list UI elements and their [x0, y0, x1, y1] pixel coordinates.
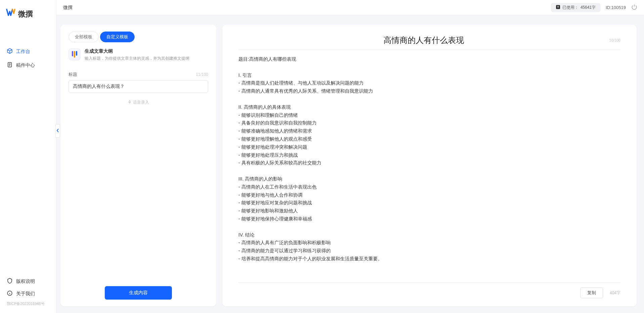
chevron-left-icon: [56, 128, 59, 134]
svg-rect-4: [129, 101, 130, 103]
document-icon: [7, 62, 13, 69]
sidebar-item-copyright[interactable]: 版权说明: [0, 275, 56, 288]
sidebar-item-label: 关于我们: [16, 291, 35, 297]
power-icon: [631, 4, 637, 11]
usage-badge: T 已使用：45641字: [551, 3, 600, 12]
main: 微撰 T 已使用：45641字 ID:100519 全部模板 自定义模板: [56, 0, 644, 313]
input-panel: 全部模板 自定义模板 生成文章大纲 输入标题，为你提供文章主体的灵感，并为其创建…: [60, 25, 216, 306]
generate-button[interactable]: 生成内容: [105, 286, 172, 300]
sidebar-item-label: 工作台: [16, 49, 30, 55]
sidebar-item-about[interactable]: 关于我们: [0, 288, 56, 300]
sidebar: 微撰 工作台 稿件中心 版权说明 关于我们 鄂ICP: [0, 0, 56, 313]
svg-text:T: T: [557, 5, 559, 9]
sidebar-item-label: 稿件中心: [16, 62, 35, 68]
title-input[interactable]: [68, 80, 208, 93]
info-icon: [7, 290, 13, 297]
template-icon: [68, 48, 81, 60]
copy-button[interactable]: 复制: [580, 288, 603, 298]
output-footer: 复制 404字: [238, 282, 620, 298]
content-area: 全部模板 自定义模板 生成文章大纲 输入标题，为你提供文章主体的灵感，并为其创建…: [56, 15, 644, 313]
title-field-label: 标题: [68, 71, 77, 77]
page-title: 微撰: [63, 5, 73, 11]
output-header: 高情商的人有什么表现 10/100: [238, 35, 620, 50]
voice-input-label: 语音录入: [133, 100, 149, 105]
tab-all-templates[interactable]: 全部模板: [68, 32, 99, 42]
microphone-icon: [128, 100, 132, 105]
sidebar-item-workspace[interactable]: 工作台: [0, 45, 56, 58]
output-body[interactable]: 题目:高情商的人有哪些表现 I. 引言 - 高情商是指人们处理情绪、与他人互动以…: [238, 55, 620, 278]
nav-menu: 工作台 稿件中心: [0, 45, 56, 275]
logo-icon: [6, 8, 15, 20]
cube-icon: [7, 48, 13, 55]
icp-text: 鄂ICP备2022016946号: [0, 300, 56, 309]
logo-text: 微撰: [18, 9, 33, 19]
logo: 微撰: [0, 0, 56, 28]
sidebar-item-draft-center[interactable]: 稿件中心: [0, 58, 56, 72]
logout-button[interactable]: [631, 5, 637, 11]
sidebar-item-label: 版权说明: [16, 278, 35, 284]
sidebar-collapse-toggle[interactable]: [55, 124, 60, 138]
output-panel: 高情商的人有什么表现 10/100 题目:高情商的人有哪些表现 I. 引言 - …: [222, 25, 637, 306]
usage-value: 45641字: [581, 5, 596, 10]
topbar: 微撰 T 已使用：45641字 ID:100519: [56, 0, 644, 15]
output-title: 高情商的人有什么表现: [238, 35, 609, 46]
shield-icon: [7, 278, 13, 285]
template-description: 输入标题，为你提供文章主体的灵感，并为其创建推文提纲: [85, 56, 189, 61]
voice-input-button[interactable]: 语音录入: [68, 100, 208, 105]
output-word-count: 404字: [610, 290, 620, 296]
user-id: ID:100519: [606, 5, 626, 10]
usage-label: 已使用：: [562, 5, 579, 10]
template-title: 生成文章大纲: [85, 48, 189, 54]
title-char-count: 11/100: [196, 72, 208, 77]
output-title-count: 10/100: [609, 38, 620, 42]
sidebar-footer: 版权说明 关于我们 鄂ICP备2022016946号: [0, 275, 56, 313]
template-card: 生成文章大纲 输入标题，为你提供文章主体的灵感，并为其创建推文提纲: [68, 48, 208, 61]
template-tabs: 全部模板 自定义模板: [68, 32, 208, 42]
text-icon: T: [556, 5, 560, 10]
tab-custom-templates[interactable]: 自定义模板: [100, 32, 135, 42]
